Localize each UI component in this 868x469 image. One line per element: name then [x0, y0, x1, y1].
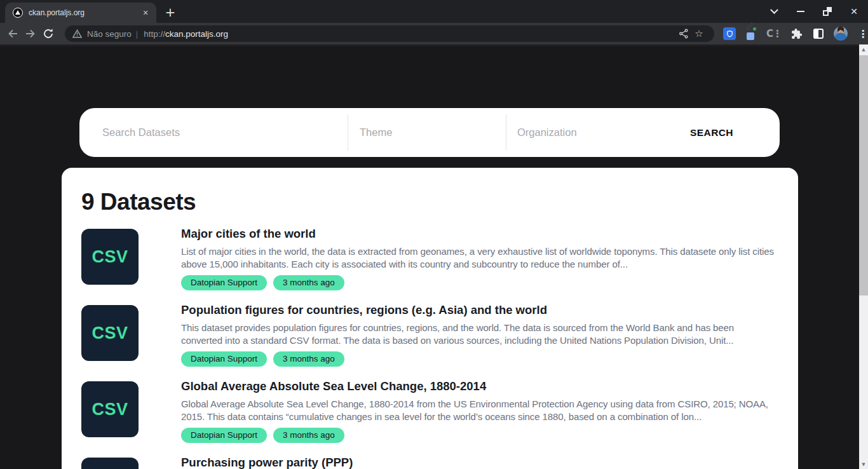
- org-badge[interactable]: Datopian Support: [181, 275, 267, 290]
- org-badge[interactable]: Datopian Support: [181, 351, 267, 367]
- window-controls: ✕: [768, 0, 868, 23]
- tab-close-icon[interactable]: ✕: [140, 7, 151, 18]
- dataset-title-link[interactable]: Purchasing power parity (PPP): [181, 456, 776, 469]
- new-tab-button[interactable]: +: [163, 4, 178, 20]
- forward-button[interactable]: [22, 25, 39, 43]
- dataset-title-link[interactable]: Major cities of the world: [181, 228, 776, 240]
- csv-format-tile: CSV: [81, 305, 139, 361]
- dataset-title-link[interactable]: Population figures for countries, region…: [181, 304, 776, 316]
- search-divider: [348, 114, 348, 151]
- url-text: http://ckan.portaljs.org: [144, 29, 228, 39]
- results-count-heading: 9 Datasets: [81, 188, 798, 216]
- browser-chrome: ckan.portaljs.org ✕ + ✕: [0, 0, 868, 44]
- browser-toolbar: Não seguro | http://ckan.portaljs.org ☆: [0, 23, 868, 44]
- url-separator: |: [136, 29, 138, 39]
- dataset-title-link[interactable]: Global Average Absolute Sea Level Change…: [181, 380, 776, 393]
- close-window-button[interactable]: ✕: [848, 5, 860, 18]
- colorpick-extension-icon[interactable]: C⋮: [766, 26, 782, 41]
- restore-button[interactable]: [821, 5, 834, 18]
- url-bar[interactable]: Não seguro | http://ckan.portaljs.org ☆: [65, 25, 714, 42]
- updated-badge[interactable]: 3 months ago: [273, 351, 344, 367]
- scrollbar-up-arrow[interactable]: ▲: [859, 44, 868, 54]
- tab-strip: ckan.portaljs.org ✕ + ✕: [0, 0, 868, 23]
- extensions-row: C⋮ ⋮: [722, 26, 868, 41]
- extensions-puzzle-icon[interactable]: [789, 26, 804, 41]
- tab-search-chevron-icon[interactable]: [768, 5, 780, 18]
- page-scrollbar[interactable]: ▲ ▼: [859, 44, 868, 469]
- organization-input[interactable]: [517, 108, 644, 157]
- browser-tab[interactable]: ckan.portaljs.org ✕: [5, 3, 156, 23]
- minimize-button[interactable]: [794, 5, 807, 18]
- dataset-badges: Datopian Support 3 months ago: [181, 275, 776, 290]
- dataset-badges: Datopian Support 3 months ago: [181, 351, 776, 367]
- search-divider: [506, 114, 506, 151]
- org-badge[interactable]: Datopian Support: [181, 428, 267, 443]
- bitwarden-extension-icon[interactable]: [722, 26, 737, 41]
- url-host: ckan.portaljs.org: [165, 29, 228, 39]
- csv-format-tile: CSV: [81, 458, 139, 469]
- warning-triangle-icon: [72, 29, 82, 38]
- colorzilla-eyedropper-icon[interactable]: [744, 26, 759, 41]
- search-button[interactable]: SEARCH: [644, 108, 780, 157]
- back-button[interactable]: [4, 25, 22, 43]
- darkreader-extension-icon[interactable]: [811, 26, 826, 41]
- datasets-results-card: 9 Datasets CSV Major cities of the world…: [62, 168, 798, 469]
- browser-menu-kebab-icon[interactable]: ⋮: [855, 26, 868, 41]
- theme-input[interactable]: [360, 108, 496, 157]
- updated-badge[interactable]: 3 months ago: [273, 275, 344, 290]
- dataset-list-item: CSV Global Average Absolute Sea Level Ch…: [81, 380, 798, 443]
- csv-format-tile: CSV: [81, 229, 139, 285]
- security-chip[interactable]: Não seguro: [72, 29, 132, 39]
- updated-badge[interactable]: 3 months ago: [273, 428, 344, 443]
- reload-button[interactable]: [39, 25, 57, 43]
- dataset-list-item: CSV Population figures for countries, re…: [81, 304, 798, 367]
- page-viewport: SEARCH 9 Datasets CSV Major cities of th…: [0, 44, 868, 469]
- dataset-badges: Datopian Support 3 months ago: [181, 428, 776, 443]
- url-scheme: http://: [144, 29, 165, 39]
- search-datasets-input[interactable]: [102, 108, 337, 157]
- csv-format-tile: CSV: [81, 381, 139, 437]
- dataset-search-card: SEARCH: [79, 108, 780, 157]
- scrollbar-down-arrow[interactable]: ▼: [859, 459, 868, 469]
- profile-avatar[interactable]: [833, 26, 848, 41]
- bookmark-star-icon[interactable]: ☆: [691, 27, 707, 40]
- security-label: Não seguro: [87, 29, 132, 39]
- share-icon[interactable]: [676, 27, 691, 40]
- dataset-description: Global Average Absolute Sea Level Change…: [181, 398, 776, 423]
- scrollbar-thumb[interactable]: [859, 55, 868, 296]
- site-favicon-icon: [13, 8, 23, 18]
- tab-title: ckan.portaljs.org: [29, 8, 140, 17]
- dataset-description: List of major cities in the world, the d…: [181, 245, 776, 271]
- dataset-description: This dataset provides population figures…: [181, 322, 776, 347]
- dataset-list-item: CSV Purchasing power parity (PPP): [81, 456, 798, 469]
- dataset-list-item: CSV Major cities of the world List of ma…: [81, 228, 798, 290]
